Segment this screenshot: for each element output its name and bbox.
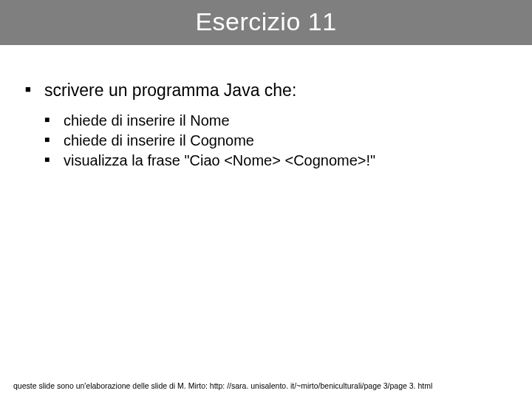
bullet-list-level2: chiede di inserire il Nome chiede di ins… bbox=[44, 111, 507, 171]
slide-title: Esercizio 11 bbox=[0, 7, 532, 36]
list-item: chiede di inserire il Nome bbox=[44, 111, 507, 131]
list-item: chiede di inserire il Cognome bbox=[44, 131, 507, 151]
slide: Esercizio 11 scrivere un programma Java … bbox=[0, 0, 532, 399]
slide-content: scrivere un programma Java che: chiede d… bbox=[0, 45, 532, 399]
slide-footer: queste slide sono un'elaborazione delle … bbox=[13, 381, 519, 390]
list-item: scrivere un programma Java che: chiede d… bbox=[25, 81, 507, 171]
sub-bullet-text: chiede di inserire il Nome bbox=[64, 112, 230, 129]
sub-bullet-text: chiede di inserire il Cognome bbox=[64, 132, 254, 149]
list-item: visualizza la frase "Ciao <Nome> <Cognom… bbox=[44, 151, 507, 171]
main-bullet-text: scrivere un programma Java che: bbox=[44, 81, 296, 100]
sub-bullet-text: visualizza la frase "Ciao <Nome> <Cognom… bbox=[64, 152, 375, 168]
bullet-list-level1: scrivere un programma Java che: chiede d… bbox=[25, 81, 507, 171]
title-bar: Esercizio 11 bbox=[0, 0, 532, 45]
